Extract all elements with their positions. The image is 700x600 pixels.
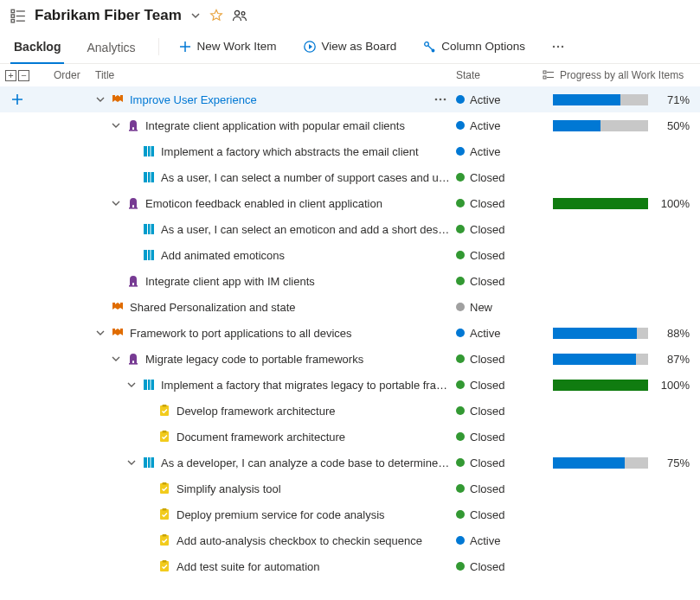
work-item-title[interactable]: As a user, I can select a number of supp… <box>161 171 451 184</box>
expander-toggle[interactable] <box>95 329 106 337</box>
task-icon <box>157 559 171 573</box>
expander-toggle[interactable] <box>126 380 137 389</box>
svg-rect-22 <box>144 146 147 156</box>
state-cell: Active <box>456 145 543 158</box>
team-members-icon[interactable] <box>232 8 247 23</box>
backlog-row[interactable]: Migrate legacy code to portable framewor… <box>0 346 700 372</box>
work-item-title[interactable]: Integrate client app with IM clients <box>145 275 315 288</box>
pbi-icon <box>142 170 156 184</box>
row-more-actions[interactable] <box>433 93 451 106</box>
svg-point-18 <box>435 99 438 101</box>
column-header-row: + − Order Title State Progress by all Wo… <box>0 64 700 86</box>
work-item-title[interactable]: Document framework architecture <box>177 431 345 444</box>
work-item-title[interactable]: Deploy premium service for code analysis <box>177 508 385 521</box>
work-item-title[interactable]: Add auto-analysis checkbox to checkin se… <box>177 534 422 547</box>
pbi-icon <box>142 248 156 262</box>
column-title[interactable]: Title <box>95 69 456 81</box>
column-options-button[interactable]: Column Options <box>415 36 532 62</box>
title-cell: Migrate legacy code to portable framewor… <box>95 352 456 366</box>
state-dot-icon <box>456 484 465 493</box>
state-label: New <box>470 301 492 314</box>
svg-rect-27 <box>151 172 155 182</box>
progress-percent: 71% <box>657 93 690 106</box>
work-item-title[interactable]: Framework to port applications to all de… <box>130 327 352 340</box>
title-cell: Simplify analysis tool <box>95 482 456 495</box>
backlog-row[interactable]: Improve User ExperienceActive71% <box>0 86 700 112</box>
column-progress[interactable]: Progress by all Work Items <box>543 69 690 81</box>
work-item-title[interactable]: Add test suite for automation <box>177 560 319 573</box>
backlog-row[interactable]: Framework to port applications to all de… <box>0 320 700 346</box>
work-item-title[interactable]: Implement a factory that migrates legacy… <box>161 379 451 392</box>
work-item-title[interactable]: Add animated emoticons <box>161 249 285 262</box>
backlog-row[interactable]: Document framework architectureClosed <box>0 424 700 450</box>
tab-backlog[interactable]: Backlog <box>10 35 64 64</box>
team-name[interactable]: Fabrikam Fiber Team <box>35 7 182 24</box>
backlog-row[interactable]: Integrate client app with IM clientsClos… <box>0 268 700 294</box>
backlog-row[interactable]: Add auto-analysis checkbox to checkin se… <box>0 527 700 553</box>
backlog-row[interactable]: As a user, I can select an emoticon and … <box>0 216 700 242</box>
progress-percent: 88% <box>657 327 690 340</box>
work-item-title[interactable]: As a developer, I can analyze a code bas… <box>161 456 451 469</box>
work-item-title[interactable]: Develop framework architecture <box>177 405 336 418</box>
view-as-board-button[interactable]: View as Board <box>296 36 404 62</box>
expand-all-icon[interactable]: + <box>5 70 16 81</box>
work-item-title[interactable]: Implement a factory which abstracts the … <box>161 145 419 158</box>
work-item-title[interactable]: Improve User Experience <box>130 93 257 106</box>
progress-bar <box>553 354 648 365</box>
favorite-star-icon[interactable] <box>209 9 223 22</box>
work-item-title[interactable]: As a user, I can select an emoticon and … <box>161 223 451 236</box>
column-order[interactable]: Order <box>54 69 95 81</box>
backlog-row[interactable]: Simplify analysis toolClosed <box>0 476 700 501</box>
state-dot-icon <box>456 121 465 130</box>
expander-toggle[interactable] <box>111 121 121 130</box>
column-state[interactable]: State <box>456 69 543 81</box>
team-picker-chevron[interactable] <box>190 10 201 21</box>
work-item-title[interactable]: Integrate client application with popula… <box>145 119 405 132</box>
work-item-title[interactable]: Emoticon feedback enabled in client appl… <box>145 197 382 210</box>
svg-rect-24 <box>151 146 155 156</box>
work-item-title[interactable]: Shared Personalization and state <box>130 301 296 314</box>
new-work-item-button[interactable]: New Work Item <box>171 36 284 62</box>
svg-rect-52 <box>163 534 167 537</box>
backlog-row[interactable]: Integrate client application with popula… <box>0 112 700 138</box>
backlog-row[interactable]: As a developer, I can analyze a code bas… <box>0 450 700 476</box>
svg-rect-29 <box>144 224 147 234</box>
expander-toggle[interactable] <box>111 354 121 363</box>
expander-toggle[interactable] <box>95 95 106 104</box>
work-item-title[interactable]: Migrate legacy code to portable framewor… <box>145 353 363 366</box>
backlog-row[interactable]: Implement a factory that migrates legacy… <box>0 372 700 398</box>
more-commands-button[interactable] <box>544 36 572 62</box>
state-dot-icon <box>456 95 465 104</box>
new-work-item-label: New Work Item <box>197 40 277 53</box>
backlog-row[interactable]: Add animated emoticonsClosed <box>0 242 700 268</box>
backlog-row[interactable]: Add test suite for automationClosed <box>0 553 700 579</box>
state-dot-icon <box>456 380 465 389</box>
svg-rect-47 <box>160 483 169 494</box>
backlog-row[interactable]: Shared Personalization and stateNew <box>0 294 700 320</box>
progress-bar <box>553 94 648 105</box>
state-label: Closed <box>470 197 504 210</box>
expander-toggle[interactable] <box>111 199 121 207</box>
backlog-row[interactable]: Implement a factory which abstracts the … <box>0 138 700 164</box>
svg-point-12 <box>557 45 559 47</box>
svg-rect-14 <box>543 71 546 73</box>
state-cell: Active <box>456 327 543 340</box>
backlog-row[interactable]: As a user, I can select a number of supp… <box>0 164 700 190</box>
expander-toggle[interactable] <box>126 458 137 467</box>
state-cell: Closed <box>456 405 543 418</box>
backlog-row[interactable]: Deploy premium service for code analysis… <box>0 501 700 527</box>
work-item-title[interactable]: Simplify analysis tool <box>177 482 281 495</box>
tab-analytics[interactable]: Analytics <box>83 35 138 63</box>
svg-point-19 <box>440 99 442 101</box>
state-dot-icon <box>456 432 465 441</box>
svg-rect-51 <box>160 535 169 546</box>
state-label: Closed <box>470 456 504 469</box>
backlog-row[interactable]: Develop framework architectureClosed <box>0 398 700 424</box>
progress-percent: 75% <box>657 456 690 469</box>
title-cell: Develop framework architecture <box>95 404 456 418</box>
collapse-all-icon[interactable]: − <box>18 70 29 81</box>
progress-percent: 100% <box>657 379 690 392</box>
add-child-icon[interactable] <box>11 93 23 105</box>
backlog-row[interactable]: Emoticon feedback enabled in client appl… <box>0 190 700 216</box>
svg-rect-45 <box>148 457 151 468</box>
